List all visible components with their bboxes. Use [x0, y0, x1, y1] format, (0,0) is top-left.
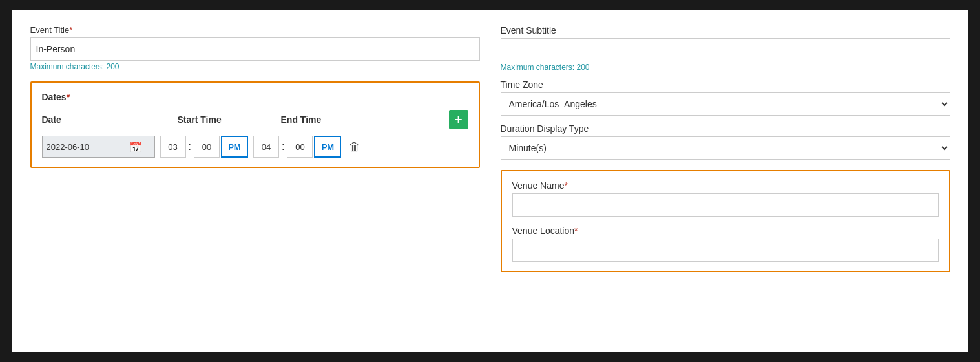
trash-icon: 🗑	[349, 140, 360, 153]
start-minute-input[interactable]	[194, 136, 220, 158]
start-colon: :	[187, 141, 193, 153]
duration-select[interactable]: Minute(s) Hour(s) Day(s)	[501, 136, 950, 160]
event-title-char-hint: Maximum characters: 200	[30, 62, 480, 71]
event-subtitle-label: Event Subtitle	[501, 25, 950, 36]
timezone-select[interactable]: America/Los_Angeles America/New_York Ame…	[501, 92, 950, 116]
col-date-header: Date	[42, 114, 178, 125]
left-panel: Event Title* Maximum characters: 200 Dat…	[30, 25, 480, 337]
event-title-label: Event Title*	[30, 25, 480, 35]
calendar-button[interactable]: 📅	[127, 138, 145, 156]
event-subtitle-input[interactable]	[501, 38, 950, 61]
dates-title: Dates*	[42, 92, 468, 102]
venue-section: Venue Name* Venue Location*	[501, 170, 950, 272]
venue-name-field: Venue Name*	[512, 180, 939, 217]
page-container: Event Title* Maximum characters: 200 Dat…	[12, 10, 968, 352]
event-title-input[interactable]	[30, 37, 480, 61]
calendar-icon: 📅	[129, 142, 142, 153]
end-time-group: : PM	[253, 136, 341, 158]
start-time-group: : PM	[160, 136, 248, 158]
dates-section: Dates* Date Start Time End Time +	[30, 81, 480, 168]
venue-location-field: Venue Location*	[512, 226, 939, 262]
venue-location-input[interactable]	[512, 239, 939, 262]
start-ampm-button[interactable]: PM	[221, 136, 248, 158]
timezone-label: Time Zone	[501, 80, 950, 90]
timezone-field: Time Zone America/Los_Angeles America/Ne…	[501, 80, 950, 116]
col-start-header: Start Time	[178, 114, 281, 125]
dates-header-row: Date Start Time End Time +	[42, 110, 468, 129]
duration-field: Duration Display Type Minute(s) Hour(s) …	[501, 123, 950, 160]
venue-location-label: Venue Location*	[512, 226, 939, 236]
col-actions: +	[384, 110, 468, 129]
end-minute-input[interactable]	[287, 136, 313, 158]
end-colon: :	[280, 141, 286, 153]
right-panel: Event Subtitle Maximum characters: 200 T…	[501, 25, 950, 337]
add-date-button[interactable]: +	[449, 110, 468, 129]
event-title-field: Event Title* Maximum characters: 200	[30, 25, 480, 71]
date-input-wrap: 📅	[42, 136, 155, 158]
event-subtitle-char-hint: Maximum characters: 200	[501, 63, 950, 72]
date-row: 📅 : PM : PM	[42, 136, 468, 158]
end-ampm-button[interactable]: PM	[314, 136, 341, 158]
venue-name-input[interactable]	[512, 193, 939, 217]
date-input[interactable]	[43, 136, 127, 157]
event-subtitle-field: Event Subtitle Maximum characters: 200	[501, 25, 950, 72]
delete-row-button[interactable]: 🗑	[346, 138, 363, 156]
end-hour-input[interactable]	[253, 136, 279, 158]
venue-name-label: Venue Name*	[512, 180, 939, 191]
col-end-header: End Time	[281, 114, 384, 125]
start-hour-input[interactable]	[160, 136, 186, 158]
duration-label: Duration Display Type	[501, 123, 950, 134]
